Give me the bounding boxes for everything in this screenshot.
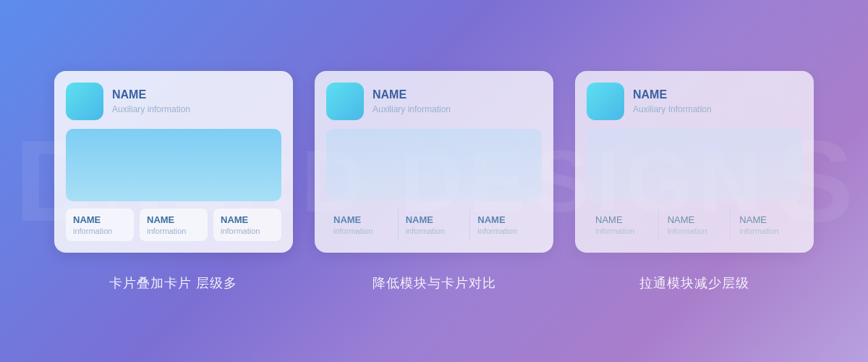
card2-sub1-name: NAME [333,214,391,225]
card1-sub2-info: information [147,227,200,235]
card1-sub2-name: NAME [147,214,200,225]
card1-sub1-name: NAME [73,214,127,225]
card2-body [326,129,542,201]
card1: NAME Auxiliary information NAME informat… [54,71,293,253]
card1-body [66,129,281,201]
card3-header-text: NAME Auxiliary Information [633,88,712,114]
card2-name: NAME [373,88,451,101]
labels-row: 卡片叠加卡片 层级多 降低模块与卡片对比 拉通模块减少层级 [29,274,839,292]
card1-sub3-name: NAME [221,214,274,225]
card3: NAME Auxiliary Information NAME informat… [575,71,814,253]
card1-sub2: NAME information [140,209,208,241]
card2-sub1: NAME information [326,209,399,241]
card2-aux: Auxiliary information [373,104,451,114]
card2-subrow: NAME information NAME information NAME i… [326,209,542,241]
card1-wrapper: NAME Auxiliary information NAME informat… [54,71,293,253]
card2-avatar [326,83,364,120]
card3-subrow: NAME information NAME Information NAME i… [587,209,802,241]
card3-sub3-name: NAME [739,214,793,225]
card3-sub1: NAME information [587,209,659,241]
card1-aux: Auxiliary information [112,104,190,114]
card1-sub3-info: information [221,227,274,235]
card3-wrapper: NAME Auxiliary Information NAME informat… [575,71,814,253]
card3-header: NAME Auxiliary Information [587,83,802,120]
card3-sub3-info: information [739,227,793,235]
card1-sub1-info: information [73,227,127,235]
card1-name: NAME [112,88,190,101]
card1-header-text: NAME Auxiliary information [112,88,190,114]
card3-name: NAME [633,88,712,101]
card3-sub1-name: NAME [595,214,650,225]
card2-sub2: NAME information [399,209,471,241]
card1-subrow: NAME information NAME information NAME i… [66,209,281,241]
card3-sub1-info: information [595,227,650,235]
card2-sub3: NAME information [470,209,542,241]
card2-sub3-info: information [477,227,535,235]
card2-sub1-info: information [333,227,391,235]
card1-header: NAME Auxiliary information [66,83,281,120]
card3-sub2-name: NAME [668,214,722,225]
card1-avatar [66,83,103,120]
card1-sub3: NAME information [213,209,281,241]
card3-avatar [587,83,624,120]
main-content: NAME Auxiliary information NAME informat… [0,71,868,292]
card2-label: 降低模块与卡片对比 [315,274,553,292]
card2-header: NAME Auxiliary information [326,83,542,120]
card3-label: 拉通模块减少层级 [575,274,814,292]
card1-sub1: NAME information [66,209,134,241]
card3-sub2: NAME Information [659,209,731,241]
card2-header-text: NAME Auxiliary information [373,88,451,114]
cards-row: NAME Auxiliary information NAME informat… [29,71,839,253]
card2-sub2-name: NAME [406,214,463,225]
card3-sub2-info: Information [668,227,722,235]
card2-wrapper: NAME Auxiliary information NAME informat… [315,71,553,253]
card3-sub3: NAME information [731,209,802,241]
card2: NAME Auxiliary information NAME informat… [315,71,553,253]
card1-label: 卡片叠加卡片 层级多 [54,274,293,292]
card3-aux: Auxiliary Information [633,104,712,114]
card3-body [587,129,802,201]
card2-sub3-name: NAME [477,214,535,225]
card2-sub2-info: information [406,227,463,235]
